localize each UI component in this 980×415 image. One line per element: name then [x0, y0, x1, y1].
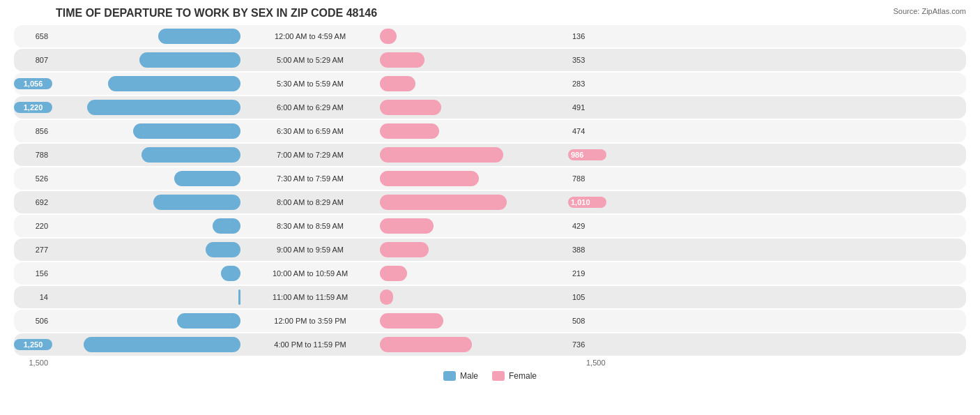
female-bar [380, 76, 415, 91]
legend-female-label: Female [509, 371, 537, 381]
bar-row: 6928:00 AM to 8:29 AM1,010 [14, 191, 966, 213]
male-value: 807 [14, 56, 52, 64]
male-bar [141, 147, 240, 163]
chart-container: TIME OF DEPARTURE TO WORK BY SEX IN ZIP … [0, 0, 980, 415]
male-bar [206, 242, 240, 257]
bar-row: 1411:00 AM to 11:59 AM105 [14, 286, 966, 308]
male-bar [174, 171, 240, 186]
axis-left-label: 1,500 [14, 359, 52, 367]
time-label: 12:00 AM to 4:59 AM [240, 32, 380, 40]
female-value: 429 [568, 222, 606, 230]
time-label: 6:30 AM to 6:59 AM [240, 127, 380, 135]
male-bar [139, 52, 240, 68]
male-value: 1,056 [14, 78, 52, 89]
male-value: 277 [14, 246, 52, 254]
bar-row: 15610:00 AM to 10:59 AM219 [14, 262, 966, 285]
male-bar [153, 195, 240, 210]
female-value: 1,010 [568, 197, 606, 208]
legend-male-box [443, 371, 456, 381]
female-bar [380, 337, 472, 352]
female-bar [380, 289, 393, 305]
female-value: 474 [568, 127, 606, 135]
source-text: Source: ZipAtlas.com [893, 7, 966, 15]
male-bar [213, 218, 240, 234]
male-value: 658 [14, 32, 52, 40]
female-value: 353 [568, 56, 606, 64]
male-value: 220 [14, 222, 52, 230]
female-value: 105 [568, 293, 606, 301]
female-value: 136 [568, 32, 606, 40]
bar-row: 50612:00 PM to 3:59 PM508 [14, 310, 966, 332]
bar-row: 7887:00 AM to 7:29 AM986 [14, 144, 966, 166]
female-bar [380, 266, 407, 281]
bar-row: 65812:00 AM to 4:59 AM136 [14, 25, 966, 47]
female-bar [380, 100, 441, 115]
bar-row: 8566:30 AM to 6:59 AM474 [14, 120, 966, 142]
female-value: 508 [568, 317, 606, 325]
male-value: 788 [14, 151, 52, 159]
time-label: 4:00 PM to 11:59 PM [240, 340, 380, 349]
time-label: 10:00 AM to 10:59 AM [240, 269, 380, 278]
male-value: 692 [14, 198, 52, 206]
bar-row: 1,2206:00 AM to 6:29 AM491 [14, 96, 966, 119]
female-value: 283 [568, 80, 606, 88]
female-value: 986 [568, 149, 606, 160]
bar-row: 5267:30 AM to 7:59 AM788 [14, 167, 966, 190]
male-value: 526 [14, 174, 52, 183]
female-bar [380, 171, 479, 186]
male-bar [221, 266, 240, 281]
male-bar [158, 29, 240, 44]
time-label: 5:30 AM to 5:59 AM [240, 80, 380, 88]
legend-male: Male [443, 371, 478, 381]
male-value: 856 [14, 127, 52, 135]
male-bar [133, 123, 240, 139]
bar-row: 8075:00 AM to 5:29 AM353 [14, 49, 966, 71]
chart-area: 65812:00 AM to 4:59 AM1368075:00 AM to 5… [14, 25, 966, 356]
axis-right-label: 1,500 [582, 359, 620, 367]
bar-row: 1,2504:00 PM to 11:59 PM736 [14, 333, 966, 356]
legend: Male Female [14, 371, 966, 381]
legend-female: Female [492, 371, 537, 381]
time-label: 8:30 AM to 8:59 AM [240, 222, 380, 230]
female-bar [380, 29, 397, 44]
male-bar [177, 313, 240, 329]
female-bar [380, 195, 507, 210]
time-label: 7:30 AM to 7:59 AM [240, 174, 380, 183]
male-value: 1,250 [14, 339, 52, 350]
bar-row: 1,0565:30 AM to 5:59 AM283 [14, 73, 966, 95]
female-bar [380, 218, 434, 234]
time-label: 9:00 AM to 9:59 AM [240, 246, 380, 254]
female-value: 491 [568, 103, 606, 112]
male-value: 506 [14, 317, 52, 325]
male-value: 156 [14, 269, 52, 278]
female-value: 219 [568, 269, 606, 278]
bar-row: 2779:00 AM to 9:59 AM388 [14, 239, 966, 261]
time-label: 7:00 AM to 7:29 AM [240, 151, 380, 159]
female-value: 788 [568, 174, 606, 183]
time-label: 6:00 AM to 6:29 AM [240, 103, 380, 112]
male-value: 1,220 [14, 102, 52, 113]
male-bar [87, 100, 240, 115]
female-bar [380, 313, 443, 329]
axis-row: 1,500 1,500 [14, 359, 966, 367]
female-value: 736 [568, 340, 606, 349]
female-bar [380, 242, 429, 257]
female-bar [380, 52, 424, 68]
male-bar [84, 337, 240, 352]
time-label: 11:00 AM to 11:59 AM [240, 293, 380, 301]
time-label: 5:00 AM to 5:29 AM [240, 56, 380, 64]
bar-row: 2208:30 AM to 8:59 AM429 [14, 215, 966, 237]
female-bar [380, 147, 503, 163]
female-bar [380, 123, 439, 139]
female-value: 388 [568, 246, 606, 254]
male-bar [108, 76, 240, 91]
chart-title: TIME OF DEPARTURE TO WORK BY SEX IN ZIP … [14, 7, 966, 20]
male-value: 14 [14, 293, 52, 301]
time-label: 12:00 PM to 3:59 PM [240, 317, 380, 325]
time-label: 8:00 AM to 8:29 AM [240, 198, 380, 206]
legend-female-box [492, 371, 505, 381]
legend-male-label: Male [460, 371, 478, 381]
